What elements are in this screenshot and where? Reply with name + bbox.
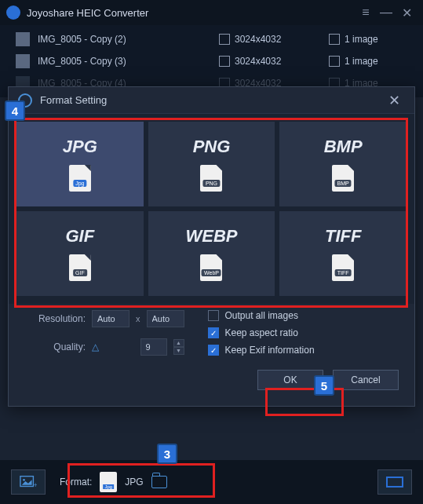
file-dimensions: 3024x4032 bbox=[235, 56, 281, 67]
format-tile-png[interactable]: PNG PNG bbox=[148, 122, 275, 206]
resolution-height-input[interactable] bbox=[147, 310, 184, 327]
format-setting-dialog: Format Setting ✕ JPG Jpg PNG PNG BMP BMP… bbox=[8, 86, 415, 407]
thumbnail-icon bbox=[16, 54, 30, 68]
checkbox-label: Output all images bbox=[225, 310, 298, 321]
format-label: BMP bbox=[324, 137, 363, 157]
aspect-ratio-checkbox-row[interactable]: ✓ Keep aspect ratio bbox=[208, 327, 315, 338]
file-icon: BMP bbox=[332, 165, 354, 192]
bottom-bar: + Format: Jpg JPG bbox=[0, 460, 423, 504]
output-all-checkbox-row[interactable]: Output all images bbox=[208, 310, 315, 321]
dimension-icon bbox=[219, 34, 230, 45]
convert-icon bbox=[386, 477, 403, 488]
callout-3: 3 bbox=[157, 444, 177, 464]
format-label: JPG bbox=[63, 137, 97, 157]
image-count-icon bbox=[329, 56, 340, 67]
file-count: 1 image bbox=[345, 34, 378, 45]
cancel-button[interactable]: Cancel bbox=[333, 370, 399, 390]
file-icon: WebP bbox=[200, 254, 222, 281]
image-plus-icon: + bbox=[20, 475, 37, 489]
resolution-label: Resolution: bbox=[24, 313, 86, 324]
app-logo-icon bbox=[6, 5, 20, 20]
checkbox-checked-icon: ✓ bbox=[208, 345, 219, 356]
file-name: IMG_8005 - Copy (2) bbox=[38, 34, 219, 45]
dialog-buttons: OK Cancel bbox=[9, 370, 414, 406]
checkbox-label: Keep Exif information bbox=[225, 345, 315, 356]
svg-text:+: + bbox=[33, 481, 37, 489]
format-value: JPG bbox=[125, 477, 143, 488]
checkbox-icon bbox=[208, 310, 219, 321]
format-grid: JPG Jpg PNG PNG BMP BMP GIF GIF WEBP Web… bbox=[9, 114, 414, 304]
current-format-icon: Jpg bbox=[100, 472, 117, 492]
format-bar: Format: Jpg JPG bbox=[60, 472, 167, 492]
checkbox-label: Keep aspect ratio bbox=[225, 327, 298, 338]
folder-icon[interactable] bbox=[151, 476, 167, 488]
dimension-icon bbox=[219, 56, 230, 67]
format-tile-jpg[interactable]: JPG Jpg bbox=[16, 122, 144, 206]
format-label: TIFF bbox=[325, 226, 361, 247]
file-dimensions: 3024x4032 bbox=[235, 34, 281, 45]
callout-4: 4 bbox=[5, 100, 25, 121]
convert-button[interactable] bbox=[377, 469, 412, 495]
format-tile-tiff[interactable]: TIFF TIFF bbox=[279, 211, 407, 296]
format-tile-gif[interactable]: GIF GIF bbox=[16, 211, 144, 296]
dialog-header: Format Setting ✕ bbox=[9, 87, 414, 114]
file-icon: PNG bbox=[200, 165, 222, 192]
dialog-title: Format Setting bbox=[40, 94, 384, 106]
minimize-button[interactable]: — bbox=[376, 5, 396, 20]
app-title: Joyoshare HEIC Converter bbox=[27, 7, 356, 19]
menu-icon[interactable]: ≡ bbox=[356, 5, 376, 20]
format-label: Format: bbox=[60, 477, 92, 488]
quality-up-button[interactable]: ▲ bbox=[173, 339, 184, 347]
quality-down-button[interactable]: ▼ bbox=[173, 347, 184, 355]
titlebar: Joyoshare HEIC Converter ≡ — ✕ bbox=[0, 0, 423, 25]
file-name: IMG_8005 - Copy (3) bbox=[38, 56, 219, 67]
dialog-close-button[interactable]: ✕ bbox=[384, 92, 405, 109]
thumbnail-icon bbox=[16, 32, 30, 46]
resolution-width-input[interactable] bbox=[92, 310, 129, 327]
close-button[interactable]: ✕ bbox=[396, 5, 417, 20]
file-row[interactable]: IMG_8005 - Copy (3) 3024x4032 1 image bbox=[0, 50, 423, 72]
callout-5: 5 bbox=[314, 375, 334, 396]
checkbox-checked-icon: ✓ bbox=[208, 327, 219, 338]
options-panel: Resolution: x Quality: △ ▲ ▼ Output all … bbox=[9, 304, 414, 370]
format-tile-webp[interactable]: WEBP WebP bbox=[148, 211, 275, 296]
quality-input[interactable] bbox=[140, 338, 167, 356]
file-icon: Jpg bbox=[69, 165, 91, 192]
file-count: 1 image bbox=[345, 56, 378, 67]
triangle-icon: △ bbox=[92, 341, 99, 352]
format-tile-bmp[interactable]: BMP BMP bbox=[279, 122, 407, 206]
quality-label: Quality: bbox=[24, 341, 86, 352]
image-count-icon bbox=[329, 34, 340, 45]
x-separator: x bbox=[136, 314, 140, 323]
file-icon: TIFF bbox=[332, 254, 354, 281]
format-label: GIF bbox=[65, 226, 94, 247]
format-label: WEBP bbox=[185, 226, 237, 247]
svg-point-1 bbox=[23, 479, 25, 481]
file-icon: GIF bbox=[69, 254, 91, 281]
add-images-button[interactable]: + bbox=[11, 469, 46, 495]
format-label: PNG bbox=[193, 137, 231, 157]
exif-checkbox-row[interactable]: ✓ Keep Exif information bbox=[208, 345, 315, 356]
file-row[interactable]: IMG_8005 - Copy (2) 3024x4032 1 image bbox=[0, 28, 423, 50]
